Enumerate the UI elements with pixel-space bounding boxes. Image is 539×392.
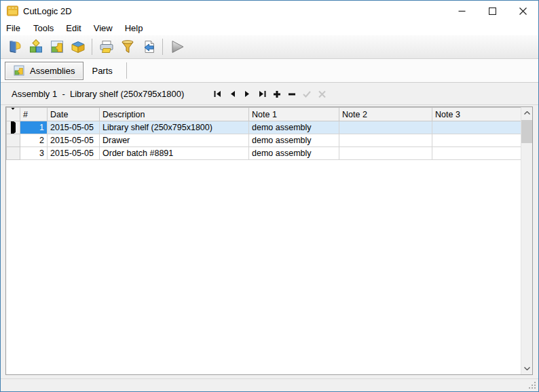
prior-record-icon — [229, 90, 236, 98]
delete-record-icon — [288, 90, 296, 98]
cell-num[interactable]: 1 — [20, 121, 48, 134]
delete-record-button[interactable] — [284, 87, 299, 102]
title-bar: CutLogic 2D — [1, 1, 538, 21]
grid-row-2: 2 2015-05-05 Drawer demo assembly — [7, 134, 521, 147]
assemblies-tab-icon — [14, 65, 24, 76]
cell-note3[interactable] — [432, 121, 521, 134]
insert-record-button[interactable] — [270, 87, 284, 102]
materials-cubes-icon — [28, 39, 44, 55]
cell-note1[interactable]: demo assembly — [249, 147, 339, 160]
cell-date[interactable]: 2015-05-05 — [48, 121, 100, 134]
parts-puzzle-icon — [49, 39, 65, 55]
cell-description[interactable]: Library shelf (250x795x1800) — [100, 121, 249, 134]
toolbar-separator — [162, 39, 163, 55]
tab-bar: Assemblies Parts — [1, 59, 538, 83]
next-record-icon — [244, 90, 251, 98]
cell-note2[interactable] — [339, 147, 432, 160]
scroll-up-icon — [524, 111, 530, 115]
first-record-icon — [213, 90, 222, 98]
row-indicator — [7, 147, 20, 160]
menu-edit[interactable]: Edit — [60, 22, 87, 35]
menu-view[interactable]: View — [88, 22, 119, 35]
filter-button[interactable] — [117, 37, 138, 57]
menu-file[interactable]: File — [6, 22, 27, 35]
run-icon — [168, 39, 186, 55]
resize-grip[interactable] — [527, 380, 536, 389]
status-bar — [1, 378, 538, 391]
tab-separator — [126, 62, 127, 79]
print-button[interactable] — [96, 37, 117, 57]
menu-help[interactable]: Help — [119, 22, 149, 35]
app-window: CutLogic 2D File Tools Edit View Help — [0, 0, 539, 392]
cell-note1[interactable]: demo assembly — [249, 121, 339, 134]
app-logo-icon — [7, 5, 18, 16]
cell-date[interactable]: 2015-05-05 — [48, 147, 100, 160]
grid-header-row: # Date Description Note 1 Note 2 Note 3 — [7, 108, 521, 121]
grid-row-3: 3 2015-05-05 Order batch #8891 demo asse… — [7, 147, 521, 160]
cell-description[interactable]: Drawer — [100, 134, 249, 147]
run-button[interactable] — [166, 37, 187, 57]
row-arrow-icon — [11, 121, 16, 134]
cell-num[interactable]: 3 — [20, 147, 48, 160]
close-icon — [519, 7, 527, 15]
door-icon — [7, 39, 23, 55]
menu-tools[interactable]: Tools — [27, 22, 60, 35]
toolbar-separator — [92, 39, 92, 55]
scroll-down-button[interactable] — [521, 363, 532, 374]
scroll-down-icon — [524, 367, 530, 370]
stock-box-icon — [70, 39, 86, 55]
tab-assemblies-label: Assemblies — [30, 66, 75, 76]
column-header-note1[interactable]: Note 1 — [249, 108, 339, 121]
import-icon — [141, 39, 157, 55]
cell-num[interactable]: 2 — [20, 134, 48, 147]
filter-dropdown-button[interactable] — [7, 108, 20, 121]
maximize-button[interactable] — [477, 1, 508, 21]
record-navigator-bar: Assembly 1 - Library shelf (250x795x1800… — [1, 83, 538, 105]
scrollbar-thumb[interactable] — [521, 120, 532, 143]
scrollbar-track[interactable] — [521, 143, 532, 363]
tab-parts[interactable]: Parts — [83, 62, 120, 80]
toolbar — [1, 35, 538, 59]
insert-record-icon — [273, 90, 281, 98]
column-header-description[interactable]: Description — [100, 108, 249, 121]
column-header-num[interactable]: # — [20, 108, 48, 121]
stock-button[interactable] — [67, 37, 88, 57]
cell-description[interactable]: Order batch #8891 — [100, 147, 249, 160]
cancel-edit-icon — [318, 90, 327, 98]
cell-note2[interactable] — [339, 121, 432, 134]
filter-icon — [119, 39, 136, 55]
grid-row-1: 1 2015-05-05 Library shelf (250x795x1800… — [7, 121, 521, 134]
import-button[interactable] — [138, 37, 159, 57]
materials-button[interactable] — [25, 37, 46, 57]
cell-note3[interactable] — [432, 134, 521, 147]
menu-bar: File Tools Edit View Help — [1, 21, 538, 35]
cell-date[interactable]: 2015-05-05 — [48, 134, 100, 147]
cell-note3[interactable] — [432, 147, 521, 160]
close-button[interactable] — [508, 1, 538, 21]
tab-assemblies[interactable]: Assemblies — [5, 62, 83, 80]
vertical-scrollbar[interactable] — [521, 107, 532, 374]
row-indicator — [7, 134, 20, 147]
last-record-button[interactable] — [255, 87, 270, 102]
assemblies-grid: # Date Description Note 1 Note 2 Note 3 … — [5, 106, 533, 375]
minimize-button[interactable] — [447, 1, 477, 21]
print-icon — [98, 39, 115, 55]
parts-button[interactable] — [46, 37, 67, 57]
door-button[interactable] — [4, 37, 25, 57]
prior-record-button[interactable] — [225, 87, 240, 102]
post-edit-button[interactable] — [299, 87, 314, 102]
cell-note2[interactable] — [339, 134, 432, 147]
scroll-up-button[interactable] — [521, 107, 532, 119]
current-row-indicator — [7, 121, 20, 134]
window-title: CutLogic 2D — [23, 6, 72, 16]
cancel-edit-button[interactable] — [314, 87, 329, 102]
first-record-button[interactable] — [210, 87, 225, 102]
post-edit-icon — [302, 90, 312, 98]
column-header-note3[interactable]: Note 3 — [432, 108, 521, 121]
column-header-note2[interactable]: Note 2 — [339, 108, 432, 121]
tab-parts-label: Parts — [92, 66, 112, 76]
next-record-button[interactable] — [240, 87, 255, 102]
column-header-date[interactable]: Date — [48, 108, 100, 121]
filter-dropdown-icon — [10, 108, 16, 119]
cell-note1[interactable]: demo assembly — [249, 134, 339, 147]
